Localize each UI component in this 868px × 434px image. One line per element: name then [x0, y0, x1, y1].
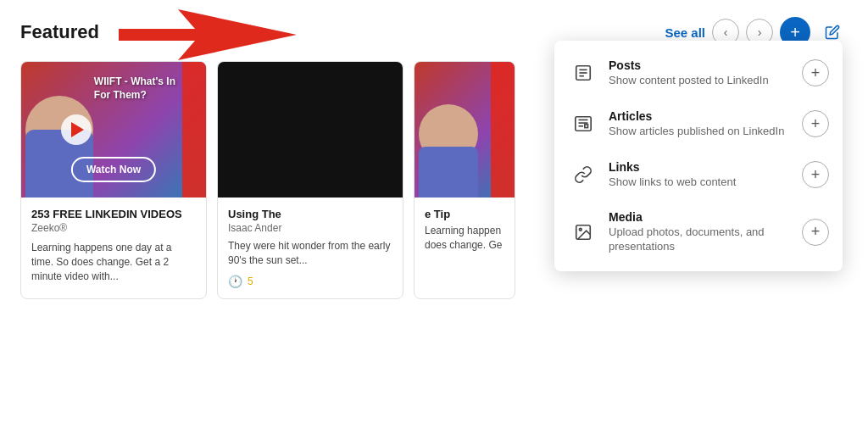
posts-add-button[interactable]: +	[802, 59, 829, 86]
posts-icon	[568, 58, 598, 88]
dropdown-item-links[interactable]: Links Show links to web content +	[554, 149, 843, 200]
card-3-red-strip	[491, 62, 515, 198]
links-icon	[568, 159, 598, 190]
card-2-footer: 🕐 5	[228, 275, 392, 288]
card-1-desc: Learning happens one day at a time. So d…	[31, 241, 196, 283]
media-text: Media Upload photos, documents, and pres…	[609, 210, 792, 254]
card-2-subtitle: Isaac Ander	[228, 222, 392, 234]
featured-card-2[interactable]: Using The Isaac Ander They were hit wond…	[217, 61, 403, 299]
dropdown-item-posts[interactable]: Posts Show content posted to LinkedIn +	[554, 47, 843, 98]
card-1-red-strip	[182, 62, 206, 198]
media-title: Media	[609, 210, 792, 224]
card-2-image	[218, 62, 403, 198]
media-desc: Upload photos, documents, and presentati…	[609, 225, 792, 254]
links-desc: Show links to web content	[609, 175, 792, 190]
posts-title: Posts	[609, 58, 792, 72]
card-3-image	[415, 62, 515, 198]
links-add-button[interactable]: +	[802, 161, 829, 188]
card-3-person	[415, 96, 482, 198]
featured-card-1[interactable]: WIIFT - What's InFor Them? Watch Now 253…	[20, 61, 207, 299]
posts-desc: Show content posted to LinkedIn	[609, 74, 792, 88]
card-1-play-button[interactable]	[61, 114, 92, 145]
play-icon	[71, 122, 84, 137]
articles-text: Articles Show articles published on Link…	[609, 109, 792, 139]
page-wrapper: Featured See all ‹ › +	[0, 0, 868, 434]
media-icon	[568, 217, 598, 248]
card-2-body: Using The Isaac Ander They were hit wond…	[218, 198, 403, 298]
posts-text: Posts Show content posted to LinkedIn	[609, 58, 792, 88]
watch-now-button[interactable]: Watch Now	[71, 157, 156, 182]
card-1-body: 253 FREE LINKEDIN VIDEOS Zeeko® Learning…	[21, 198, 206, 293]
card-3-person-body	[419, 147, 478, 198]
media-add-button[interactable]: +	[802, 219, 829, 246]
featured-title: Featured	[20, 21, 99, 43]
featured-card-3[interactable]: e Tip Learning happen does change. Ge	[414, 61, 515, 299]
svg-rect-5	[576, 117, 591, 131]
card-1-title: 253 FREE LINKEDIN VIDEOS	[31, 208, 196, 220]
svg-rect-9	[585, 125, 588, 128]
card-3-body: e Tip Learning happen does change. Ge	[415, 198, 515, 263]
card-1-subtitle: Zeeko®	[31, 222, 196, 234]
articles-add-button[interactable]: +	[802, 110, 829, 137]
card-1-image: WIIFT - What's InFor Them? Watch Now	[21, 62, 206, 198]
articles-title: Articles	[609, 109, 792, 123]
see-all-link[interactable]: See all	[665, 25, 705, 40]
clock-icon: 🕐	[228, 275, 242, 288]
svg-point-11	[579, 228, 581, 231]
dropdown-item-articles[interactable]: Articles Show articles published on Link…	[554, 98, 843, 149]
card-1-overlay-text: WIIFT - What's InFor Them?	[94, 75, 175, 102]
card-3-bg	[415, 62, 515, 198]
add-section-dropdown: Posts Show content posted to LinkedIn + …	[554, 41, 843, 271]
card-2-count: 5	[248, 275, 253, 287]
articles-desc: Show articles published on LinkedIn	[609, 125, 792, 139]
card-2-desc: They were hit wonder from the early 90's…	[228, 239, 392, 268]
card-3-desc: Learning happen does change. Ge	[425, 224, 504, 253]
links-text: Links Show links to web content	[609, 160, 792, 190]
card-2-dark-overlay	[218, 62, 403, 198]
links-title: Links	[609, 160, 792, 174]
card-2-title: Using The	[228, 208, 392, 220]
dropdown-item-media[interactable]: Media Upload photos, documents, and pres…	[554, 200, 843, 264]
card-1-bg: WIIFT - What's InFor Them? Watch Now	[21, 62, 206, 198]
card-3-title: e Tip	[425, 208, 504, 220]
articles-icon	[568, 108, 598, 139]
